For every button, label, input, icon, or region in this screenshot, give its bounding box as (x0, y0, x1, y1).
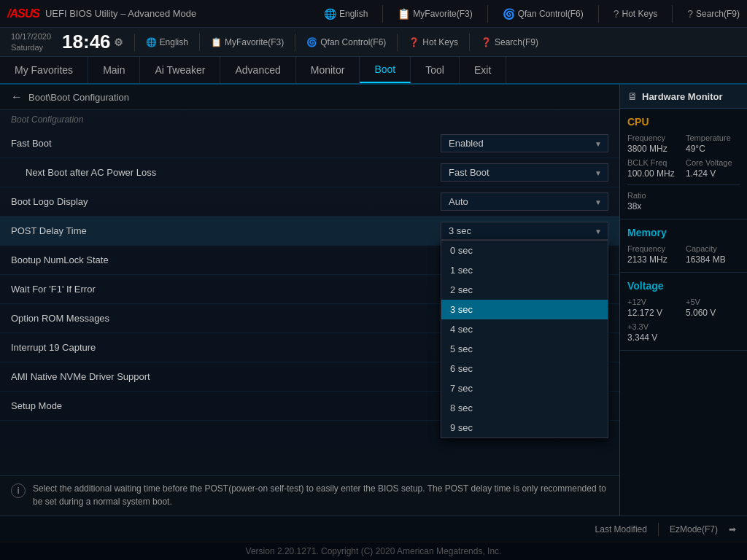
datetime-divider-2 (199, 34, 200, 51)
settings-list: Fast Boot Enabled Next Boot after AC Pow… (0, 129, 619, 475)
search-link-2[interactable]: ❓ Search(F9) (481, 37, 538, 47)
qfan-link[interactable]: 🌀 Qfan Control(F6) (503, 8, 584, 20)
option-5sec[interactable]: 5 sec (441, 339, 608, 359)
myfavorite-link[interactable]: 📋 MyFavorite(F3) (398, 8, 472, 20)
nav-boot[interactable]: Boot (360, 57, 411, 83)
fan-icon: 🌀 (503, 8, 515, 20)
next-boot-dropdown[interactable]: Fast Boot (441, 163, 608, 182)
hotkeys-label: Hot Keys (622, 9, 657, 19)
myfavorite-label: MyFavorite(F3) (413, 9, 472, 19)
myfav-link-2[interactable]: 📋 MyFavorite(F3) (211, 37, 284, 47)
voltage-section-title: Voltage (627, 280, 740, 292)
nav-ai-tweaker[interactable]: Ai Tweaker (140, 57, 220, 83)
settings-gear-icon[interactable]: ⚙ (114, 36, 123, 48)
info-text: Select the additional waiting time befor… (33, 482, 608, 508)
english-link-2[interactable]: 🌐 English (146, 37, 188, 47)
bottom-divider (658, 523, 659, 536)
option-7sec[interactable]: 7 sec (441, 378, 608, 398)
favorite-icon: 📋 (398, 8, 410, 20)
cpu-ratio-item: Ratio 38x (627, 191, 740, 211)
post-delay-row: POST Delay Time 3 sec 0 sec 1 sec 2 sec … (0, 217, 619, 246)
myfav-label-2: MyFavorite(F3) (225, 37, 284, 47)
bottom-bar: Last Modified EzMode(F7) ➡ (0, 516, 747, 542)
globe-icon-2: 🌐 (146, 37, 157, 47)
globe-icon: 🌐 (324, 8, 336, 20)
next-boot-control: Fast Boot (441, 163, 608, 182)
memory-grid: Frequency 2133 MHz Capacity 16384 MB (627, 244, 740, 265)
hotkeys-icon-2: ❓ (409, 37, 419, 47)
search-label-2: Search(F9) (495, 37, 538, 47)
next-boot-label: Next Boot after AC Power Loss (11, 167, 441, 178)
logo-area: /ASUS UEFI BIOS Utility – Advanced Mode (7, 7, 196, 20)
option-6sec[interactable]: 6 sec (441, 359, 608, 378)
datetime-divider (134, 34, 135, 51)
fast-boot-dropdown[interactable]: Enabled (441, 134, 608, 152)
datetime-divider-3 (295, 34, 295, 51)
monitor-icon: 🖥 (627, 90, 638, 102)
nav-advanced[interactable]: Advanced (220, 57, 295, 83)
memory-section-title: Memory (627, 227, 740, 238)
divider-4 (672, 5, 673, 23)
cpu-section-title: CPU (627, 116, 740, 128)
nav-exit[interactable]: Exit (460, 57, 506, 83)
v5-item: +5V 5.060 V (686, 298, 740, 318)
post-delay-label: POST Delay Time (11, 225, 441, 236)
hotkeys-link-2[interactable]: ❓ Hot Keys (409, 37, 458, 47)
option-4sec[interactable]: 4 sec (441, 319, 608, 339)
boot-logo-row: Boot Logo Display Auto (0, 187, 619, 217)
cpu-bclk-label: BCLK Freq 100.00 MHz (627, 158, 681, 179)
boot-logo-dropdown[interactable]: Auto (441, 192, 608, 211)
v12-item: +12V 12.172 V (627, 298, 681, 318)
nav-monitor[interactable]: Monitor (296, 57, 360, 83)
option-2sec[interactable]: 2 sec (441, 280, 608, 300)
ez-mode-link[interactable]: EzMode(F7) (670, 524, 718, 534)
qfan-link-2[interactable]: 🌀 Qfan Control(F6) (306, 37, 386, 47)
ez-mode-arrow-icon: ➡ (729, 524, 736, 534)
v33-item: +3.3V 3.344 V (627, 322, 681, 343)
qfan-icon-2: 🌀 (306, 37, 317, 47)
hotkeys-link[interactable]: ? Hot Keys (614, 8, 657, 20)
time-value: 18:46 (62, 31, 111, 53)
nav-tool[interactable]: Tool (411, 57, 460, 83)
search-label: Search(F9) (696, 9, 740, 19)
search-link[interactable]: ? Search(F9) (687, 8, 740, 20)
datetime-divider-4 (397, 34, 398, 51)
post-delay-menu: 0 sec 1 sec 2 sec 3 sec 4 sec 5 sec 6 se… (441, 240, 608, 438)
post-delay-dropdown[interactable]: 3 sec (441, 222, 608, 240)
datetime-divider-5 (469, 34, 470, 51)
boot-logo-label: Boot Logo Display (11, 196, 441, 207)
version-text: Version 2.20.1271. Copyright (C) 2020 Am… (246, 546, 502, 556)
option-8sec[interactable]: 8 sec (441, 398, 608, 418)
divider-2 (487, 5, 488, 23)
option-1sec[interactable]: 1 sec (441, 260, 608, 280)
breadcrumb-text: Boot\Boot Configuration (28, 92, 129, 103)
boot-logo-control: Auto (441, 192, 608, 211)
english-link[interactable]: 🌐 English (324, 8, 368, 20)
option-3sec[interactable]: 3 sec (441, 300, 608, 319)
main-nav: My Favorites Main Ai Tweaker Advanced Mo… (0, 57, 747, 85)
nav-main[interactable]: Main (88, 57, 140, 83)
hw-monitor-header: 🖥 Hardware Monitor (620, 85, 747, 109)
hw-monitor-panel: 🖥 Hardware Monitor CPU Frequency 3800 MH… (619, 85, 747, 516)
nav-my-favorites[interactable]: My Favorites (0, 57, 88, 83)
search-icon: ? (687, 8, 693, 20)
myfav-icon-2: 📋 (211, 37, 222, 47)
cpu-freq-label: Frequency 3800 MHz (627, 133, 681, 154)
option-9sec[interactable]: 9 sec (441, 418, 608, 438)
datetime-bar: 10/17/2020Saturday 18:46 ⚙ 🌐 English 📋 M… (0, 28, 747, 57)
top-right-nav: 🌐 English 📋 MyFavorite(F3) 🌀 Qfan Contro… (324, 5, 740, 23)
mem-capacity-item: Capacity 16384 MB (686, 244, 740, 265)
divider-1 (382, 5, 383, 23)
voltage-grid: +12V 12.172 V +5V 5.060 V +3.3V 3.344 V (627, 298, 740, 343)
cpu-voltage-label: Core Voltage 1.424 V (686, 158, 740, 179)
back-arrow-icon[interactable]: ← (11, 90, 23, 104)
fast-boot-label: Fast Boot (11, 138, 441, 149)
cpu-section: CPU Frequency 3800 MHz Temperature 49°C … (620, 109, 747, 219)
cpu-temp-label: Temperature 49°C (686, 133, 740, 154)
option-0sec[interactable]: 0 sec (441, 241, 608, 260)
last-modified-link[interactable]: Last Modified (595, 524, 647, 534)
breadcrumb: ← Boot\Boot Configuration (0, 85, 619, 110)
section-label: Boot Configuration (0, 110, 619, 129)
next-boot-row: Next Boot after AC Power Loss Fast Boot (0, 158, 619, 187)
search-icon-2: ❓ (481, 37, 492, 47)
